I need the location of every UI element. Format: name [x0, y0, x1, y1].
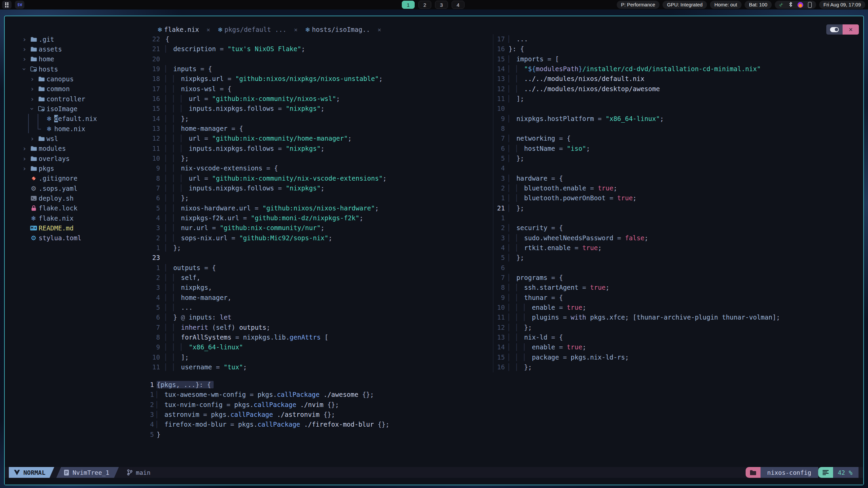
status-pill: GPU: Integrated [663, 1, 707, 9]
line-number: 4 [492, 243, 509, 253]
phone-icon[interactable] [808, 2, 812, 8]
chevron-right-icon[interactable]: › [28, 135, 36, 143]
tree-item-label: assets [39, 45, 62, 53]
tree-item-home[interactable]: ›home [5, 54, 149, 64]
nvimtree-file-explorer[interactable]: ›.git›assets›home›hosts›canopus›common›c… [5, 34, 149, 243]
chevron-right-icon[interactable]: › [20, 155, 28, 163]
tree-item-assets[interactable]: ›assets [5, 44, 149, 54]
tree-item--gitignore[interactable]: .gitignore [5, 174, 149, 183]
tab-flake-nix[interactable]: ❄flake.nix× [157, 26, 210, 33]
scissors-icon[interactable]: ✂ [777, 1, 785, 8]
code-line: 2▏ ▏ self, [150, 273, 492, 283]
tree-item-modules[interactable]: ›modules [5, 144, 149, 154]
buffer-name: NvimTree_1 [73, 469, 109, 476]
chevron-right-icon[interactable]: › [20, 144, 28, 152]
tree-item-default-nix[interactable]: ❄default.nix [5, 114, 149, 124]
project-folder-segment [746, 467, 761, 478]
workspace-button-3[interactable]: 3 [435, 1, 448, 9]
command-line[interactable] [5, 478, 863, 485]
code-line: 10 [492, 104, 860, 114]
status-pill-label: Home: out [714, 2, 737, 7]
code-line: 10▏ ▏ ▏ enable = true; [492, 303, 860, 312]
code-text: ▏ ▏ ▏ url = "github:nix-community/nixos-… [165, 95, 340, 102]
line-number: 21 [150, 44, 165, 54]
code-text: ▏ ▏ nix-vscode-extensions = { [165, 164, 278, 172]
code-line: 17▏ ... [492, 34, 860, 44]
tree-item-flake-nix[interactable]: ❄flake.nix [5, 213, 149, 223]
wezterm-launcher-button[interactable]: $W [15, 1, 24, 9]
workspace-button-2[interactable]: 2 [418, 1, 431, 9]
chevron-right-icon[interactable]: › [28, 95, 36, 103]
editor-pane-iso-default-nix[interactable]: 17▏ ...16}: {15▏ imports = [14▏ ▏ "${mod… [492, 34, 860, 372]
tree-item-isoImage[interactable]: ›isoImage [5, 104, 149, 114]
tree-item-wsl[interactable]: ›wsl [5, 134, 149, 143]
code-text: {pkgs, ...}: { [157, 381, 214, 388]
tree-item-common[interactable]: ›common [5, 84, 149, 94]
workspace-button-4[interactable]: 4 [452, 1, 465, 9]
code-line: 8▏ ▏ forAllSystems = nixpkgs.lib.genAttr… [150, 332, 492, 342]
dnd-fire-icon[interactable] [797, 2, 803, 8]
code-line: 4 [492, 163, 860, 173]
chevron-right-icon[interactable]: › [28, 75, 36, 83]
code-line: 9▏ ▏ nix-vscode-extensions = { [150, 163, 492, 173]
folder-icon [36, 76, 46, 82]
bluetooth-icon[interactable] [788, 1, 793, 8]
code-line: 3▏ hardware = { [492, 174, 860, 183]
tree-item-deploy-sh[interactable]: deploy.sh [5, 193, 149, 203]
workspace-button-1[interactable]: 1 [402, 1, 415, 9]
code-line: 11▏ ▏ ▏ plugins = with pkgs.xfce; [thuna… [492, 312, 860, 322]
chevron-down-icon[interactable]: › [20, 65, 28, 73]
line-number: 17 [492, 34, 509, 44]
tree-item-home-nix[interactable]: ❄home.nix [5, 124, 149, 134]
line-number: 12 [492, 323, 509, 332]
tree-item-label: modules [39, 145, 66, 152]
chevron-down-icon[interactable]: › [28, 105, 36, 113]
tree-item-controller[interactable]: ›controller [5, 94, 149, 104]
code-text: ▏ ▏ self, [165, 274, 200, 281]
chevron-right-icon[interactable]: › [20, 164, 28, 172]
terminal-window: ❄flake.nix×❄pkgs/default ...×❄hosts/isoI… [4, 16, 864, 485]
code-line: 3▏ ▏ sudo.wheelNeedsPassword = false; [492, 233, 860, 243]
tree-item-hosts[interactable]: ›hosts [5, 64, 149, 74]
tree-item--sops-yaml[interactable]: ⚙.sops.yaml [5, 183, 149, 193]
tab-hosts-isoImag-[interactable]: ❄hosts/isoImag..× [305, 26, 381, 33]
line-number: 3 [492, 174, 509, 183]
window-toggle-button[interactable] [826, 24, 843, 35]
line-number: 11 [150, 362, 165, 372]
tree-item-pkgs[interactable]: ›pkgs [5, 163, 149, 173]
tab-close-icon[interactable]: × [294, 26, 298, 33]
code-text: ▏ ▏ hostName = "iso"; [509, 145, 590, 152]
tree-item-canopus[interactable]: ›canopus [5, 74, 149, 84]
code-text: ▏ ▏ ... [165, 304, 193, 311]
tree-item-label: home [39, 55, 54, 63]
tree-item-stylua-toml[interactable]: ⚙stylua.toml [5, 233, 149, 243]
code-line: 8▏ ▏ ▏ url = "github:nix-community/nix-v… [150, 174, 492, 183]
tree-item-README-md[interactable]: README.md [5, 223, 149, 233]
tree-item-overlays[interactable]: ›overlays [5, 154, 149, 163]
code-line: 7▏ programs = { [492, 273, 860, 283]
code-line: 7▏ networking = { [492, 134, 860, 143]
code-text: ▏ ▏ nixpkgs-f2k.url = "github:moni-dz/ni… [165, 214, 363, 222]
line-number: 4 [150, 213, 165, 223]
app-grid-launcher-button[interactable] [2, 1, 12, 9]
editor-pane-flake-nix[interactable]: 22{21▏ description = "tux's NixOS Flake"… [150, 34, 492, 372]
tree-item--git[interactable]: ›.git [5, 34, 149, 44]
code-text: ▏ hardware = { [509, 175, 563, 182]
chevron-right-icon[interactable]: › [28, 85, 36, 93]
tab-close-icon[interactable]: × [378, 26, 381, 33]
line-number: 10 [150, 352, 165, 362]
code-text: ▏ programs = { [509, 274, 563, 281]
tree-indent-guide [28, 114, 29, 133]
chevron-right-icon[interactable]: › [20, 55, 28, 63]
tree-item-flake-lock[interactable]: flake.lock [5, 203, 149, 213]
code-line: 4▏ firefox-mod-blur = pkgs.callPackage .… [150, 420, 859, 429]
statusline: NORMAL NvimTree_1 main nixos-config [5, 467, 863, 478]
chevron-right-icon[interactable]: › [20, 45, 28, 53]
window-close-button[interactable]: × [843, 24, 859, 35]
tab-close-icon[interactable]: × [206, 26, 210, 33]
chevron-right-icon[interactable]: › [20, 35, 28, 43]
editor-pane-pkgs-default-nix[interactable]: 1{pkgs, ...}: {1▏ tux-awesome-wm-config … [150, 380, 859, 440]
tab-pkgs-default-[interactable]: ❄pkgs/default ...× [218, 26, 298, 33]
code-line: 16}: { [492, 44, 860, 54]
code-line: 19▏ inputs = { [150, 64, 492, 74]
